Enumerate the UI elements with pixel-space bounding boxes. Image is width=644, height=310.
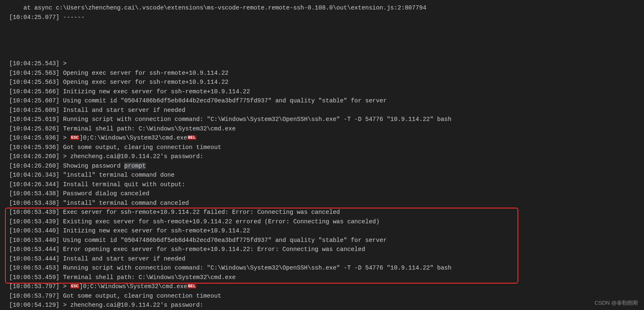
log-line: [10:04:26.344] Install terminal quit wit…: [0, 180, 644, 189]
log-line: [10:06:53.439] Existing exec server for …: [0, 217, 644, 227]
log-line: [10:04:25.543] >: [0, 59, 644, 69]
log-line: [10:04:25.563] Opening exec server for s…: [0, 78, 644, 87]
log-line: [10:04:25.936] Got some output, clearing…: [0, 143, 644, 152]
bel-tag: BEL: [187, 135, 196, 140]
log-line: [10:04:25.563] Opening exec server for s…: [0, 69, 644, 78]
log-line: [10:04:25.609] Install and start server …: [0, 106, 644, 115]
selected-text: prompt: [124, 163, 145, 169]
log-line: [10:04:25.077] ------: [0, 13, 644, 22]
log-line: [10:06:54.129] > zhencheng.cai@10.9.114.…: [0, 301, 644, 310]
bel-tag: BEL: [187, 284, 196, 289]
log-line: [10:06:53.440] Initizing new exec server…: [0, 226, 644, 236]
log-line: [10:04:26.260] > zhencheng.cai@10.9.114.…: [0, 152, 644, 161]
log-line: at async c:\Users\zhencheng.cai\.vscode\…: [0, 3, 644, 13]
log-line: [10:06:53.440] Using commit id "05047486…: [0, 236, 644, 245]
log-line: [10:06:53.444] Error opening exec server…: [0, 245, 644, 254]
log-line: [10:04:26.260] Showing password prompt: [0, 161, 644, 171]
log-line: [10:04:26.343] "install" terminal comman…: [0, 170, 644, 180]
log-line: [10:06:53.797] Got some output, clearing…: [0, 291, 644, 301]
log-line: [10:06:53.453] Running script with conne…: [0, 263, 644, 273]
log-line: [10:06:53.444] Install and start server …: [0, 254, 644, 264]
log-line: [10:06:53.438] Password dialog canceled: [0, 189, 644, 199]
log-line: [10:04:25.936] > ESC]0;C:\Windows\System…: [0, 133, 644, 143]
log-line: [10:04:25.619] Running script with conne…: [0, 115, 644, 124]
log-line: [10:06:53.797] > ESC]0;C:\Windows\System…: [0, 282, 644, 291]
log-line: [10:04:25.607] Using commit id "05047486…: [0, 96, 644, 106]
watermark: CSDN @泰勒朗斯: [594, 298, 638, 308]
esc-tag: ESC: [70, 135, 79, 140]
log-line: [10:06:53.438] "install" terminal comman…: [0, 199, 644, 208]
log-line: [10:06:53.439] Exec server for ssh-remot…: [0, 208, 644, 217]
terminal-log[interactable]: at async c:\Users\zhencheng.cai\.vscode\…: [0, 3, 644, 310]
log-line: [10:04:25.566] Initizing new exec server…: [0, 87, 644, 97]
log-line: [10:04:25.626] Terminal shell path: C:\W…: [0, 124, 644, 134]
esc-tag: ESC: [70, 284, 79, 289]
log-line: [10:06:53.459] Terminal shell path: C:\W…: [0, 273, 644, 282]
